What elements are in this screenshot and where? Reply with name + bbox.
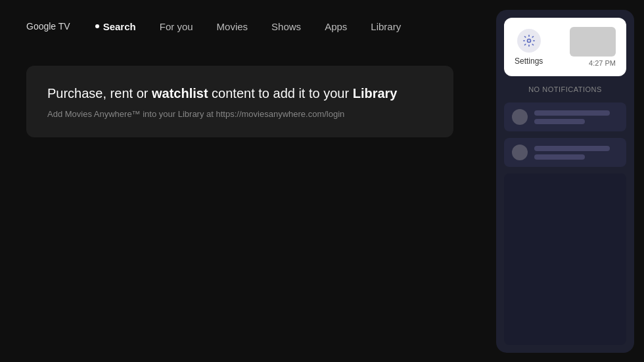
- library-title: Purchase, rent or watchlist content to a…: [47, 84, 432, 102]
- notif-lines-1: [534, 110, 618, 124]
- right-panel: Settings 4:27 PM NO NOTIFICATIONS: [496, 10, 634, 353]
- nav-item-movies[interactable]: Movies: [208, 17, 258, 36]
- notification-row-2: [504, 138, 626, 167]
- nav-item-apps[interactable]: Apps: [315, 17, 356, 36]
- notif-line-2a: [534, 146, 610, 151]
- nav-label-search: Search: [103, 21, 136, 32]
- navigation-bar: Google TV Search For you Movies Shows Ap…: [0, 0, 480, 53]
- nav-item-for-you[interactable]: For you: [150, 17, 202, 36]
- notif-avatar-2: [512, 145, 528, 160]
- notif-lines-2: [534, 146, 618, 160]
- panel-filler: [504, 173, 626, 345]
- settings-time: 4:27 PM: [589, 59, 616, 67]
- nav-label-shows: Shows: [271, 21, 301, 32]
- nav-item-search[interactable]: Search: [86, 17, 145, 36]
- notif-line-2b: [534, 154, 585, 160]
- settings-icon: [517, 29, 541, 53]
- settings-thumbnail: [570, 27, 616, 57]
- nav-item-shows[interactable]: Shows: [262, 17, 310, 36]
- nav-label-movies: Movies: [217, 21, 248, 32]
- notification-row-1: [504, 102, 626, 131]
- settings-card-right: 4:27 PM: [570, 27, 616, 67]
- nav-item-library[interactable]: Library: [361, 17, 410, 36]
- nav-label-apps: Apps: [325, 21, 347, 32]
- nav-label-for-you: For you: [160, 21, 193, 32]
- settings-card-left: Settings: [515, 29, 543, 66]
- settings-label: Settings: [515, 57, 543, 66]
- library-card: Purchase, rent or watchlist content to a…: [26, 66, 453, 137]
- notifications-header: NO NOTIFICATIONS: [504, 83, 626, 96]
- notif-avatar-1: [512, 109, 528, 125]
- notif-line-1a: [534, 110, 610, 116]
- content-area: Purchase, rent or watchlist content to a…: [0, 53, 480, 150]
- notif-line-1b: [534, 119, 585, 124]
- nav-label-library: Library: [371, 21, 401, 32]
- library-subtitle: Add Movies Anywhere™ into your Library a…: [47, 109, 432, 119]
- settings-card[interactable]: Settings 4:27 PM: [504, 18, 626, 76]
- search-dot-icon: [95, 24, 99, 28]
- main-tv-area: Google TV Search For you Movies Shows Ap…: [0, 0, 480, 362]
- svg-point-0: [527, 39, 530, 42]
- brand-logo: Google TV: [26, 21, 70, 32]
